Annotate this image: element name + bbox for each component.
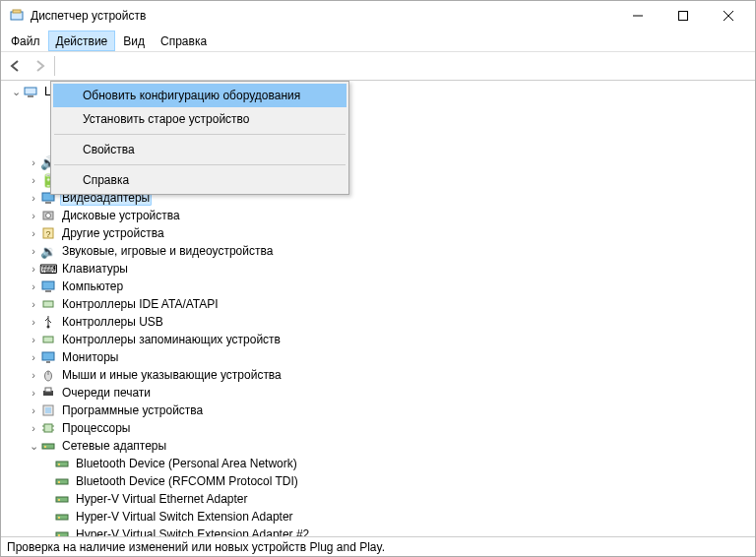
tree-label: Процессоры — [60, 421, 133, 435]
computer-icon — [23, 84, 38, 99]
tree-label: Bluetooth Device (Personal Area Network) — [74, 457, 299, 470]
svg-rect-26 — [45, 407, 51, 413]
expand-icon[interactable]: › — [27, 209, 40, 222]
tree-label: Другие устройства — [60, 226, 166, 240]
svg-rect-36 — [56, 479, 68, 484]
tree-item-net-child[interactable]: Bluetooth Device (RFCOMM Protocol TDI) — [5, 472, 755, 490]
network-adapter-icon — [54, 526, 70, 536]
expand-icon[interactable]: ⌄ — [9, 85, 23, 98]
tree-label: Мыши и иные указывающие устройства — [60, 368, 284, 382]
close-button[interactable] — [706, 1, 751, 31]
expand-icon[interactable]: › — [27, 403, 40, 417]
svg-rect-1 — [13, 10, 21, 13]
network-adapter-icon — [54, 491, 70, 507]
toolbar — [1, 52, 755, 80]
svg-rect-20 — [46, 361, 50, 363]
app-icon — [9, 8, 25, 24]
dropdown-scan-hardware[interactable]: Обновить конфигурацию оборудования — [53, 84, 346, 107]
expand-icon[interactable]: › — [27, 386, 40, 400]
tree-item-keyboards[interactable]: › ⌨ Клавиатуры — [5, 260, 755, 278]
tree-item-usb[interactable]: › Контроллеры USB — [5, 313, 755, 331]
svg-rect-39 — [58, 499, 60, 501]
menu-help[interactable]: Справка — [153, 31, 215, 51]
monitor-icon — [40, 349, 56, 365]
svg-point-17 — [47, 326, 50, 329]
unknown-icon: ? — [40, 225, 56, 241]
expand-icon[interactable]: › — [27, 368, 40, 382]
tree-item-mice[interactable]: › Мыши и иные указывающие устройства — [5, 366, 755, 384]
expand-icon[interactable]: › — [27, 333, 40, 346]
menu-file[interactable]: Файл — [3, 31, 48, 51]
tree-item-net-child[interactable]: Bluetooth Device (Personal Area Network) — [5, 455, 755, 472]
tree-item-monitors[interactable]: › Мониторы — [5, 348, 755, 366]
tree-item-print-queue[interactable]: › Очереди печати — [5, 384, 755, 402]
menu-view[interactable]: Вид — [115, 31, 153, 51]
tree-label: Bluetooth Device (RFCOMM Protocol TDI) — [74, 474, 300, 488]
sound-icon: 🔉 — [40, 243, 56, 259]
window-title: Диспетчер устройств — [31, 9, 615, 23]
tree-item-net-child[interactable]: Hyper-V Virtual Switch Extension Adapter… — [5, 526, 755, 536]
tree-item-processors[interactable]: › Процессоры — [5, 419, 755, 437]
svg-rect-38 — [56, 497, 68, 502]
svg-rect-32 — [42, 444, 54, 449]
tree-item-sound[interactable]: › 🔉 Звуковые, игровые и видеоустройства — [5, 242, 755, 260]
svg-rect-9 — [45, 202, 51, 204]
printer-icon — [40, 385, 56, 401]
tree-label: Клавиатуры — [60, 262, 130, 276]
dropdown-help[interactable]: Справка — [53, 168, 346, 192]
tree-label: Компьютер — [60, 279, 125, 293]
svg-rect-18 — [43, 337, 53, 342]
tree-item-software[interactable]: › Программные устройства — [5, 402, 755, 419]
cpu-icon — [40, 420, 56, 436]
tree-label: Мониторы — [60, 350, 120, 364]
tree-label: Дисковые устройства — [60, 209, 182, 222]
svg-rect-16 — [43, 301, 53, 307]
tree-label: Очереди печати — [60, 386, 153, 400]
separator — [54, 56, 55, 76]
svg-rect-15 — [45, 290, 51, 292]
tree-item-ide[interactable]: › Контроллеры IDE ATA/ATAPI — [5, 295, 755, 313]
tree-label: Контроллеры USB — [60, 315, 165, 329]
network-icon — [40, 438, 56, 454]
tree-item-storage[interactable]: › Контроллеры запоминающих устройств — [5, 331, 755, 348]
expand-icon[interactable]: › — [27, 315, 40, 329]
storage-icon — [40, 332, 56, 347]
tree-item-other[interactable]: › ? Другие устройства — [5, 224, 755, 242]
back-button[interactable] — [5, 55, 27, 77]
expand-icon[interactable]: › — [27, 350, 40, 364]
svg-rect-3 — [679, 12, 688, 21]
expand-icon[interactable]: › — [27, 297, 40, 311]
svg-text:?: ? — [45, 229, 50, 239]
expand-icon[interactable]: › — [27, 421, 40, 435]
tree-item-disk[interactable]: › Дисковые устройства — [5, 207, 755, 224]
tree-item-net-child[interactable]: Hyper-V Virtual Switch Extension Adapter — [5, 508, 755, 526]
tree-item-computer[interactable]: › Компьютер — [5, 278, 755, 295]
menu-action[interactable]: Действие — [48, 31, 116, 51]
svg-rect-43 — [58, 534, 60, 536]
expand-icon[interactable]: › — [27, 226, 40, 240]
forward-button[interactable] — [29, 55, 50, 77]
svg-rect-7 — [28, 95, 33, 97]
tree-label: Hyper-V Virtual Ethernet Adapter — [74, 492, 250, 506]
expand-icon[interactable]: › — [27, 244, 40, 258]
minimize-button[interactable] — [615, 1, 661, 31]
expand-icon[interactable]: › — [27, 191, 40, 205]
tree-label: Контроллеры IDE ATA/ATAPI — [60, 297, 220, 311]
svg-rect-6 — [25, 88, 36, 94]
dropdown-properties[interactable]: Свойства — [53, 138, 346, 161]
svg-rect-27 — [44, 424, 52, 432]
usb-icon — [40, 314, 56, 330]
expand-icon[interactable]: › — [27, 173, 40, 187]
dropdown-add-legacy[interactable]: Установить старое устройство — [53, 107, 346, 131]
expand-icon[interactable]: › — [27, 155, 40, 169]
tree-label: Hyper-V Virtual Switch Extension Adapter… — [74, 527, 311, 536]
tree-item-network[interactable]: ⌄ Сетевые адаптеры — [5, 437, 755, 455]
svg-rect-37 — [58, 481, 60, 483]
collapse-icon[interactable]: ⌄ — [27, 439, 40, 453]
computer-icon — [40, 278, 56, 294]
titlebar: Диспетчер устройств — [1, 1, 755, 31]
maximize-button[interactable] — [661, 1, 706, 31]
expand-icon[interactable]: › — [27, 279, 40, 293]
tree-item-net-child[interactable]: Hyper-V Virtual Ethernet Adapter — [5, 490, 755, 508]
svg-rect-19 — [42, 352, 54, 360]
